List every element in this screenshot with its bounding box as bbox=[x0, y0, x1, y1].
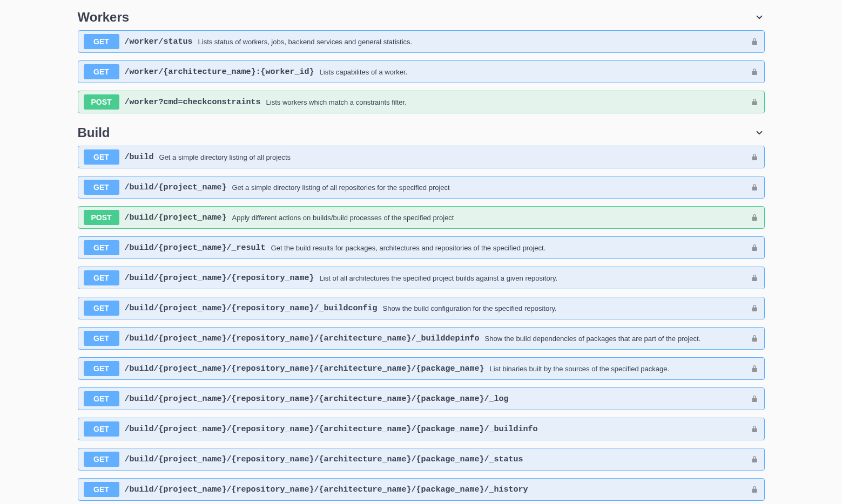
method-badge: POST bbox=[84, 94, 119, 110]
operation-row[interactable]: POST/worker?cmd=checkconstraintsLists wo… bbox=[78, 91, 765, 113]
lock-icon[interactable] bbox=[750, 304, 759, 312]
endpoint-path: /build bbox=[125, 153, 154, 162]
endpoint-path: /build/{project_name}/{repository_name}/… bbox=[125, 394, 509, 404]
section-title: Build bbox=[78, 125, 110, 140]
lock-icon[interactable] bbox=[750, 213, 759, 222]
lock-icon[interactable] bbox=[750, 183, 759, 192]
endpoint-path: /build/{project_name} bbox=[125, 183, 227, 192]
operation-row[interactable]: GET/build/{project_name}/{repository_nam… bbox=[78, 448, 765, 471]
method-badge: GET bbox=[84, 361, 119, 376]
endpoint-path: /worker/{architecture_name}:{worker_id} bbox=[125, 67, 314, 77]
chevron-down-icon bbox=[754, 12, 765, 23]
endpoint-path: /build/{project_name}/{repository_name}/… bbox=[125, 334, 480, 343]
method-badge: GET bbox=[84, 180, 119, 195]
endpoint-path: /build/{project_name}/{repository_name}/… bbox=[125, 364, 484, 373]
endpoint-summary: Get a simple directory listing of all pr… bbox=[159, 153, 291, 161]
section-header[interactable]: Build bbox=[78, 121, 765, 146]
operation-row[interactable]: GET/worker/statusLists status of workers… bbox=[78, 30, 765, 53]
lock-icon[interactable] bbox=[750, 334, 759, 343]
endpoint-path: /build/{project_name}/{repository_name} bbox=[125, 274, 314, 283]
method-badge: POST bbox=[84, 210, 119, 225]
operation-row[interactable]: GET/build/{project_name}/{repository_nam… bbox=[78, 418, 765, 440]
endpoint-summary: Show the build dependencies of packages … bbox=[485, 335, 701, 343]
endpoint-summary: Lists capabilites of a worker. bbox=[320, 68, 408, 76]
endpoint-summary: Apply different actions on builds/build … bbox=[232, 214, 454, 222]
lock-icon[interactable] bbox=[750, 364, 759, 373]
operation-row[interactable]: GET/worker/{architecture_name}:{worker_i… bbox=[78, 60, 765, 83]
section-title: Workers bbox=[78, 10, 130, 25]
endpoint-path: /worker/status bbox=[125, 37, 193, 46]
method-badge: GET bbox=[84, 452, 119, 467]
lock-icon[interactable] bbox=[750, 37, 759, 46]
lock-icon[interactable] bbox=[750, 153, 759, 161]
operation-row[interactable]: GET/build/{project_name}/{repository_nam… bbox=[78, 478, 765, 501]
endpoint-path: /worker?cmd=checkconstraints bbox=[125, 98, 261, 107]
operation-row[interactable]: GET/build/{project_name}/{repository_nam… bbox=[78, 297, 765, 319]
section-header[interactable]: Workers bbox=[78, 5, 765, 30]
operation-row[interactable]: POST/build/{project_name}Apply different… bbox=[78, 206, 765, 229]
lock-icon[interactable] bbox=[750, 394, 759, 403]
endpoint-summary: Get a simple directory listing of all re… bbox=[232, 183, 450, 192]
method-badge: GET bbox=[84, 270, 119, 285]
operation-row[interactable]: GET/build/{project_name}/{repository_nam… bbox=[78, 357, 765, 380]
lock-icon[interactable] bbox=[750, 274, 759, 282]
operation-row[interactable]: GET/buildGet a simple directory listing … bbox=[78, 146, 765, 168]
lock-icon[interactable] bbox=[750, 455, 759, 464]
method-badge: GET bbox=[84, 240, 119, 255]
method-badge: GET bbox=[84, 149, 119, 165]
method-badge: GET bbox=[84, 34, 119, 49]
operation-row[interactable]: GET/build/{project_name}/{repository_nam… bbox=[78, 327, 765, 350]
endpoint-path: /build/{project_name}/{repository_name}/… bbox=[125, 455, 523, 464]
operation-row[interactable]: GET/build/{project_name}/{repository_nam… bbox=[78, 267, 765, 289]
operation-row[interactable]: GET/build/{project_name}/{repository_nam… bbox=[78, 387, 765, 410]
lock-icon[interactable] bbox=[750, 243, 759, 252]
method-badge: GET bbox=[84, 331, 119, 346]
endpoint-summary: Lists workers which match a constraints … bbox=[266, 98, 407, 106]
lock-icon[interactable] bbox=[750, 67, 759, 76]
endpoint-summary: List binaries built by the sources of th… bbox=[490, 365, 669, 373]
chevron-down-icon bbox=[754, 127, 765, 138]
lock-icon[interactable] bbox=[750, 98, 759, 106]
endpoint-summary: Lists status of workers, jobs, backend s… bbox=[198, 38, 413, 46]
endpoint-summary: Get the build results for packages, arch… bbox=[271, 244, 546, 252]
method-badge: GET bbox=[84, 301, 119, 316]
endpoint-path: /build/{project_name}/{repository_name}/… bbox=[125, 485, 528, 494]
endpoint-path: /build/{project_name} bbox=[125, 213, 227, 222]
method-badge: GET bbox=[84, 64, 119, 79]
method-badge: GET bbox=[84, 482, 119, 497]
endpoint-path: /build/{project_name}/{repository_name}/… bbox=[125, 425, 538, 434]
lock-icon[interactable] bbox=[750, 485, 759, 494]
method-badge: GET bbox=[84, 421, 119, 437]
method-badge: GET bbox=[84, 391, 119, 406]
operation-row[interactable]: GET/build/{project_name}/_resultGet the … bbox=[78, 236, 765, 259]
endpoint-summary: List of all architectures the specified … bbox=[320, 274, 558, 282]
endpoint-path: /build/{project_name}/_result bbox=[125, 243, 266, 253]
lock-icon[interactable] bbox=[750, 425, 759, 433]
endpoint-path: /build/{project_name}/{repository_name}/… bbox=[125, 304, 378, 313]
operation-row[interactable]: GET/build/{project_name}Get a simple dir… bbox=[78, 176, 765, 199]
endpoint-summary: Show the build configuration for the spe… bbox=[383, 304, 557, 312]
